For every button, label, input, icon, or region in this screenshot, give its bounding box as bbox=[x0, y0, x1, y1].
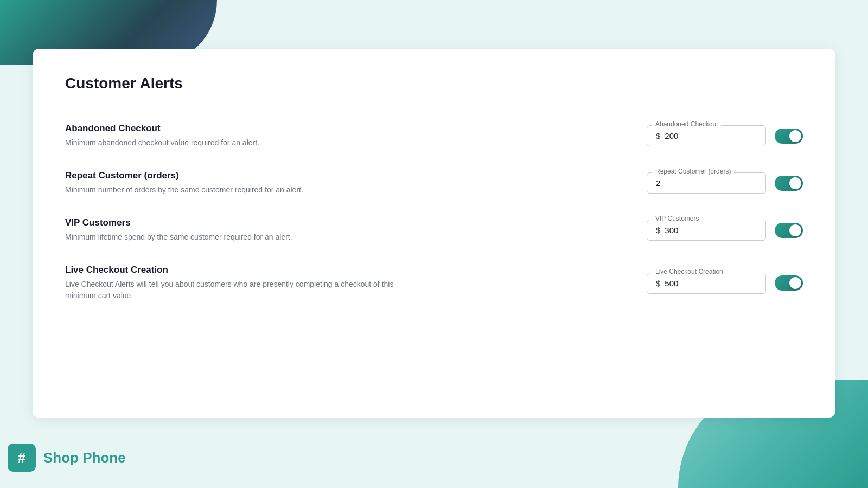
dollar-sign-abandoned-checkout: $ bbox=[656, 131, 660, 140]
fieldset-vip-customers: VIP Customers $ 300 bbox=[647, 220, 766, 241]
toggle-vip-customers[interactable] bbox=[775, 223, 803, 238]
input-value-live-checkout-creation: 500 bbox=[665, 279, 678, 288]
alert-row-abandoned-checkout: Abandoned Checkout Minimum abandoned che… bbox=[65, 123, 803, 149]
alert-desc-live-checkout-creation: Live Checkout Alerts will tell you about… bbox=[65, 279, 401, 301]
input-value-vip-customers: 300 bbox=[665, 226, 678, 235]
input-value-abandoned-checkout: 200 bbox=[665, 131, 678, 140]
alert-desc-repeat-customer: Minimum number of orders by the same cus… bbox=[65, 184, 401, 196]
page-title: Customer Alerts bbox=[65, 75, 803, 92]
alerts-container: Abandoned Checkout Minimum abandoned che… bbox=[65, 123, 803, 301]
toggle-abandoned-checkout[interactable] bbox=[775, 129, 803, 144]
alert-title-abandoned-checkout: Abandoned Checkout bbox=[65, 123, 401, 134]
alert-info-live-checkout-creation: Live Checkout Creation Live Checkout Ale… bbox=[65, 265, 401, 301]
main-card: Customer Alerts Abandoned Checkout Minim… bbox=[33, 49, 835, 418]
title-divider bbox=[65, 101, 803, 101]
alert-control-repeat-customer: Repeat Customer (orders) 2 bbox=[647, 172, 803, 194]
dollar-sign-vip-customers: $ bbox=[656, 226, 660, 235]
input-value-repeat-customer: 2 bbox=[656, 178, 660, 188]
input-border-live-checkout-creation[interactable]: $ 500 bbox=[647, 273, 766, 294]
fieldset-abandoned-checkout: Abandoned Checkout $ 200 bbox=[647, 125, 766, 146]
alert-desc-abandoned-checkout: Minimum abandoned checkout value require… bbox=[65, 137, 401, 149]
alert-desc-vip-customers: Minimum lifetime spend by the same custo… bbox=[65, 232, 401, 243]
alert-info-abandoned-checkout: Abandoned Checkout Minimum abandoned che… bbox=[65, 123, 401, 149]
fieldset-live-checkout-creation: Live Checkout Creation $ 500 bbox=[647, 273, 766, 294]
input-border-repeat-customer[interactable]: 2 bbox=[647, 172, 766, 194]
toggle-repeat-customer[interactable] bbox=[775, 176, 803, 191]
logo-text: Shop Phone bbox=[43, 450, 126, 466]
dollar-sign-live-checkout-creation: $ bbox=[656, 279, 660, 288]
alert-title-live-checkout-creation: Live Checkout Creation bbox=[65, 265, 401, 275]
alert-row-vip-customers: VIP Customers Minimum lifetime spend by … bbox=[65, 217, 803, 243]
fieldset-repeat-customer: Repeat Customer (orders) 2 bbox=[647, 172, 766, 194]
field-label-live-checkout-creation: Live Checkout Creation bbox=[652, 268, 726, 275]
logo-hash: # bbox=[18, 450, 25, 466]
alert-row-live-checkout-creation: Live Checkout Creation Live Checkout Ale… bbox=[65, 265, 803, 301]
field-label-abandoned-checkout: Abandoned Checkout bbox=[652, 120, 721, 128]
input-border-vip-customers[interactable]: $ 300 bbox=[647, 220, 766, 241]
alert-info-repeat-customer: Repeat Customer (orders) Minimum number … bbox=[65, 170, 401, 196]
alert-control-vip-customers: VIP Customers $ 300 bbox=[647, 220, 803, 241]
alert-info-vip-customers: VIP Customers Minimum lifetime spend by … bbox=[65, 217, 401, 243]
alert-title-repeat-customer: Repeat Customer (orders) bbox=[65, 170, 401, 181]
logo-icon: # bbox=[8, 444, 36, 472]
alert-title-vip-customers: VIP Customers bbox=[65, 217, 401, 228]
input-border-abandoned-checkout[interactable]: $ 200 bbox=[647, 125, 766, 146]
toggle-live-checkout-creation[interactable] bbox=[775, 275, 803, 291]
field-label-repeat-customer: Repeat Customer (orders) bbox=[652, 168, 734, 175]
bottom-logo: # Shop Phone bbox=[8, 444, 126, 472]
alert-control-abandoned-checkout: Abandoned Checkout $ 200 bbox=[647, 125, 803, 146]
alert-row-repeat-customer: Repeat Customer (orders) Minimum number … bbox=[65, 170, 803, 196]
alert-control-live-checkout-creation: Live Checkout Creation $ 500 bbox=[647, 273, 803, 294]
field-label-vip-customers: VIP Customers bbox=[652, 215, 702, 222]
